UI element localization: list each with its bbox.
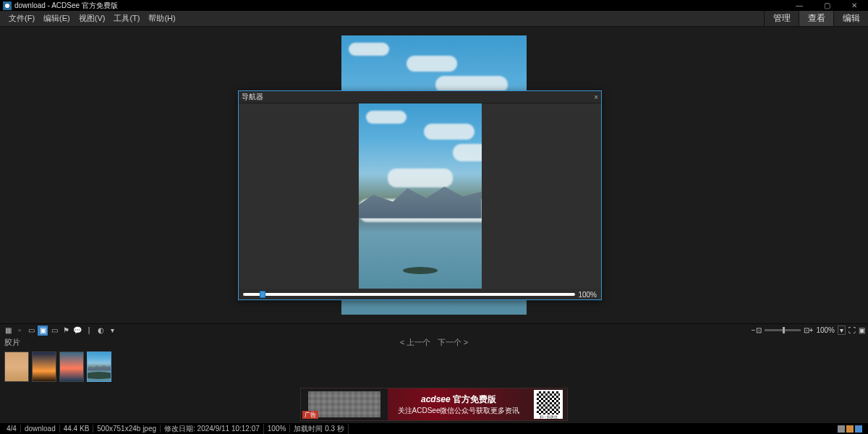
filmstrip-label: 胶片 — [4, 337, 20, 348]
status-folder: download — [21, 425, 60, 433]
status-tray — [838, 425, 865, 433]
tool-more-icon[interactable]: ▾ — [107, 326, 117, 336]
tool-select-icon[interactable]: ▭ — [49, 326, 59, 336]
tool-page-icon[interactable]: ▫ — [14, 326, 25, 336]
close-button[interactable]: ✕ — [841, 0, 868, 11]
ad-banner[interactable]: 广告 acdsee 官方免费版 关注ACDSee微信公众号获取更多资讯 扫一扫关… — [300, 388, 568, 421]
navigator-thumbnail[interactable] — [359, 103, 482, 289]
navigator-title: 导航器 — [242, 92, 263, 102]
navigator-body[interactable] — [239, 103, 601, 289]
thumb-1[interactable] — [4, 352, 29, 382]
navigator-panel[interactable]: 导航器 × 100% — [238, 90, 602, 300]
app-icon — [3, 1, 12, 10]
tool-flag-icon[interactable]: ⚑ — [61, 326, 71, 336]
tray-icon-2[interactable] — [846, 425, 854, 433]
tool-color-icon[interactable]: ◐ — [95, 326, 106, 336]
mode-tab-edit[interactable]: 编辑 — [833, 11, 868, 26]
fit-icon[interactable]: ⛶ — [848, 326, 856, 334]
tool-sep: | — [84, 326, 94, 336]
menu-help[interactable]: 帮助(H) — [144, 13, 179, 24]
menu-bar: 文件(F) 编辑(E) 视图(V) 工具(T) 帮助(H) 管理 查看 编辑 — [0, 11, 868, 27]
navigator-titlebar[interactable]: 导航器 × — [239, 91, 601, 103]
thumb-3[interactable] — [59, 352, 84, 382]
image-viewer[interactable]: 导航器 × 100% — [0, 27, 868, 323]
tool-pan-icon[interactable]: ▣ — [38, 326, 48, 336]
viewer-toolbar: ▦ ▫ ▭ ▣ ▭ ⚑ 💬 | ◐ ▾ −⊡ ⊡+ 100% ▾ ⛶ ▣ — [0, 323, 868, 336]
navigator-zoom-slider[interactable] — [243, 293, 575, 296]
minimize-button[interactable]: — — [786, 0, 813, 11]
next-button[interactable]: 下一个 > — [438, 338, 468, 346]
filmstrip — [0, 348, 868, 386]
mode-tab-view[interactable]: 查看 — [799, 11, 833, 26]
ad-title: acdsee 官方免费版 — [388, 393, 529, 406]
status-zoom: 100% — [264, 425, 291, 433]
menu-tools[interactable]: 工具(T) — [109, 13, 144, 24]
zoom-value: 100% — [816, 326, 835, 334]
ad-tag: 广告 — [302, 411, 318, 419]
menu-edit[interactable]: 编辑(E) — [39, 13, 75, 24]
filmstrip-header: 胶片 < 上一个 下一个 > — [0, 336, 868, 348]
status-index: 4/4 — [3, 425, 21, 433]
mode-tab-manage[interactable]: 管理 — [764, 11, 799, 26]
navigator-zoom-value: 100% — [578, 291, 597, 299]
tray-icon-3[interactable] — [855, 425, 862, 433]
tray-icon-1[interactable] — [838, 425, 845, 433]
tool-comment-icon[interactable]: 💬 — [72, 326, 82, 336]
window-title: download - ACDSee 官方免费版 — [14, 1, 786, 11]
zoom-out-icon[interactable]: −⊡ — [752, 326, 762, 334]
thumb-4[interactable] — [87, 352, 111, 382]
zoom-slider[interactable] — [765, 329, 801, 331]
ad-qr: 扫一扫关注 — [534, 390, 563, 419]
zoom-in-icon[interactable]: ⊡+ — [804, 326, 814, 334]
zoom-dropdown[interactable]: ▾ — [838, 326, 846, 335]
status-bar: 4/4 download 44.4 KB 500x751x24b jpeg 修改… — [0, 423, 868, 434]
ad-row: 广告 acdsee 官方免费版 关注ACDSee微信公众号获取更多资讯 扫一扫关… — [0, 386, 868, 423]
actual-icon[interactable]: ▣ — [859, 326, 865, 334]
status-modified: 修改日期: 2024/9/11 10:12:07 — [161, 424, 264, 434]
thumb-2[interactable] — [32, 352, 56, 382]
status-dimensions: 500x751x24b jpeg — [93, 425, 161, 433]
maximize-button[interactable]: ▢ — [813, 0, 841, 11]
menu-view[interactable]: 视图(V) — [75, 13, 110, 24]
title-bar: download - ACDSee 官方免费版 — ▢ ✕ — [0, 0, 868, 11]
svg-point-1 — [5, 4, 9, 8]
status-filesize: 44.4 KB — [60, 425, 94, 433]
status-loadtime: 加载时间 0.3 秒 — [290, 424, 348, 434]
navigator-close-icon[interactable]: × — [594, 93, 598, 101]
tool-clipboard-icon[interactable]: ▦ — [3, 326, 13, 336]
menu-file[interactable]: 文件(F) — [4, 13, 39, 24]
prev-button[interactable]: < 上一个 — [400, 338, 430, 346]
slider-thumb[interactable] — [260, 291, 265, 298]
tool-info-icon[interactable]: ▭ — [26, 326, 36, 336]
ad-subtitle: 关注ACDSee微信公众号获取更多资讯 — [388, 406, 529, 416]
